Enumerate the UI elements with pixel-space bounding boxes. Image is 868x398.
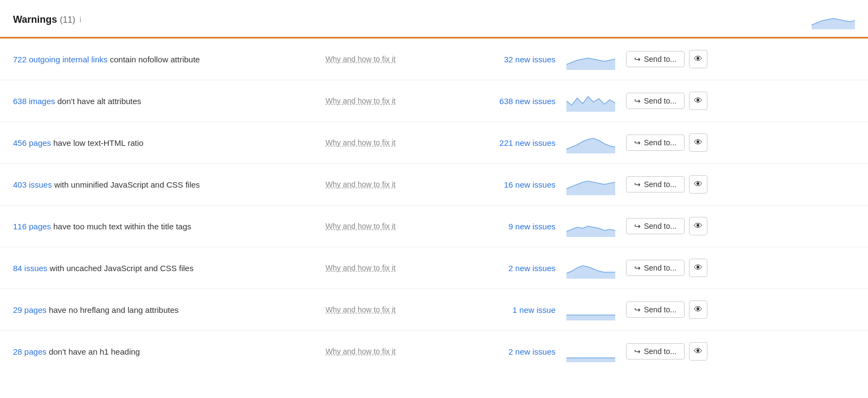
row-sparkline bbox=[566, 299, 615, 320]
eye-icon: 👁 bbox=[694, 54, 703, 64]
send-icon: ↪ bbox=[634, 55, 641, 63]
issue-text: don't have an h1 heading bbox=[49, 347, 140, 356]
send-icon: ↪ bbox=[634, 347, 641, 356]
eye-button[interactable]: 👁 bbox=[689, 92, 707, 110]
send-label: Send to... bbox=[644, 222, 676, 230]
send-to-button[interactable]: ↪ Send to... bbox=[626, 260, 685, 276]
eye-icon: 👁 bbox=[694, 263, 703, 273]
new-issues-count: 2 new issues bbox=[458, 264, 566, 273]
send-icon: ↪ bbox=[634, 138, 641, 147]
eye-icon: 👁 bbox=[694, 346, 703, 356]
why-fix-link[interactable]: Why and how to fix it bbox=[317, 222, 458, 230]
issue-link[interactable]: 456 pages bbox=[13, 138, 51, 147]
new-issues-count: 2 new issues bbox=[458, 347, 566, 356]
eye-button[interactable]: 👁 bbox=[689, 300, 707, 319]
svg-marker-8 bbox=[566, 358, 615, 362]
send-icon: ↪ bbox=[634, 264, 641, 272]
issue-link[interactable]: 28 pages bbox=[13, 347, 47, 356]
issue-row: 638 images don't have alt attributes Why… bbox=[0, 80, 868, 122]
issue-link[interactable]: 722 outgoing internal links bbox=[13, 55, 107, 64]
issue-row: 116 pages have too much text within the … bbox=[0, 206, 868, 247]
issue-row: 403 issues with unminified JavaScript an… bbox=[0, 164, 868, 206]
warnings-title: Warnings (11) bbox=[13, 14, 75, 25]
why-fix-link[interactable]: Why and how to fix it bbox=[317, 305, 458, 314]
eye-button[interactable]: 👁 bbox=[689, 342, 707, 361]
why-fix-link[interactable]: Why and how to fix it bbox=[317, 347, 458, 356]
send-to-button[interactable]: ↪ Send to... bbox=[626, 343, 685, 360]
row-sparkline bbox=[566, 174, 615, 195]
issue-text: don't have alt attributes bbox=[58, 97, 142, 106]
action-buttons: ↪ Send to... 👁 bbox=[626, 342, 707, 361]
eye-icon: 👁 bbox=[694, 221, 703, 231]
issue-list: 722 outgoing internal links contain nofo… bbox=[0, 38, 868, 372]
issue-row: 28 pages don't have an h1 heading Why an… bbox=[0, 331, 868, 372]
eye-icon: 👁 bbox=[694, 96, 703, 106]
svg-marker-7 bbox=[566, 315, 615, 320]
send-to-button[interactable]: ↪ Send to... bbox=[626, 176, 685, 192]
issue-description: 29 pages have no hreflang and lang attri… bbox=[13, 304, 317, 316]
row-sparkline bbox=[566, 90, 615, 112]
warnings-count: (11) bbox=[60, 15, 75, 24]
why-fix-link[interactable]: Why and how to fix it bbox=[317, 55, 458, 63]
header: Warnings (11) i bbox=[0, 0, 868, 38]
send-icon: ↪ bbox=[634, 180, 641, 189]
issue-link[interactable]: 84 issues bbox=[13, 264, 47, 273]
issue-row: 722 outgoing internal links contain nofo… bbox=[0, 38, 868, 80]
issue-description: 456 pages have low text-HTML ratio bbox=[13, 137, 317, 149]
svg-marker-4 bbox=[566, 181, 615, 195]
why-fix-link[interactable]: Why and how to fix it bbox=[317, 180, 458, 189]
send-to-button[interactable]: ↪ Send to... bbox=[626, 51, 685, 67]
send-to-button[interactable]: ↪ Send to... bbox=[626, 218, 685, 234]
send-label: Send to... bbox=[644, 264, 676, 272]
action-buttons: ↪ Send to... 👁 bbox=[626, 92, 707, 110]
new-issues-count: 638 new issues bbox=[458, 97, 566, 106]
svg-marker-0 bbox=[812, 18, 855, 29]
issue-text: have low text-HTML ratio bbox=[53, 138, 143, 147]
why-fix-link[interactable]: Why and how to fix it bbox=[317, 264, 458, 272]
send-label: Send to... bbox=[644, 305, 676, 314]
eye-button[interactable]: 👁 bbox=[689, 217, 707, 235]
header-sparkline bbox=[812, 10, 855, 29]
issue-description: 403 issues with unminified JavaScript an… bbox=[13, 179, 317, 190]
info-icon[interactable]: i bbox=[80, 15, 81, 24]
eye-button[interactable]: 👁 bbox=[689, 133, 707, 152]
eye-button[interactable]: 👁 bbox=[689, 175, 707, 194]
header-left: Warnings (11) i bbox=[13, 14, 81, 25]
warnings-container: Warnings (11) i 722 outgoing internal li… bbox=[0, 0, 868, 372]
row-sparkline bbox=[566, 257, 615, 279]
issue-row: 84 issues with uncached JavaScript and C… bbox=[0, 247, 868, 289]
send-to-button[interactable]: ↪ Send to... bbox=[626, 134, 685, 151]
action-buttons: ↪ Send to... 👁 bbox=[626, 259, 707, 277]
title-text: Warnings bbox=[13, 14, 57, 25]
eye-button[interactable]: 👁 bbox=[689, 50, 707, 68]
send-icon: ↪ bbox=[634, 222, 641, 230]
issue-link[interactable]: 116 pages bbox=[13, 222, 51, 231]
eye-icon: 👁 bbox=[694, 179, 703, 189]
issue-text: have no hreflang and lang attributes bbox=[49, 305, 178, 314]
send-to-button[interactable]: ↪ Send to... bbox=[626, 301, 685, 318]
new-issues-count: 221 new issues bbox=[458, 138, 566, 147]
why-fix-link[interactable]: Why and how to fix it bbox=[317, 97, 458, 105]
new-issues-count: 9 new issues bbox=[458, 222, 566, 231]
new-issues-count: 1 new issue bbox=[458, 305, 566, 314]
why-fix-link[interactable]: Why and how to fix it bbox=[317, 138, 458, 147]
issue-text: with uncached JavaScript and CSS files bbox=[50, 264, 194, 273]
row-sparkline bbox=[566, 48, 615, 70]
issue-link[interactable]: 29 pages bbox=[13, 305, 47, 314]
issue-description: 28 pages don't have an h1 heading bbox=[13, 346, 317, 357]
eye-icon: 👁 bbox=[694, 138, 703, 147]
issue-link[interactable]: 638 images bbox=[13, 97, 55, 106]
issue-text: contain nofollow attribute bbox=[110, 55, 200, 64]
issue-row: 29 pages have no hreflang and lang attri… bbox=[0, 289, 868, 331]
send-icon: ↪ bbox=[634, 305, 641, 314]
issue-description: 116 pages have too much text within the … bbox=[13, 221, 317, 232]
issue-description: 638 images don't have alt attributes bbox=[13, 95, 317, 107]
send-to-button[interactable]: ↪ Send to... bbox=[626, 93, 685, 109]
row-sparkline bbox=[566, 215, 615, 237]
issue-text: with unminified JavaScript and CSS files bbox=[54, 180, 200, 189]
action-buttons: ↪ Send to... 👁 bbox=[626, 217, 707, 235]
issue-link[interactable]: 403 issues bbox=[13, 180, 52, 189]
eye-button[interactable]: 👁 bbox=[689, 259, 707, 277]
issue-row: 456 pages have low text-HTML ratio Why a… bbox=[0, 122, 868, 164]
new-issues-count: 16 new issues bbox=[458, 180, 566, 189]
